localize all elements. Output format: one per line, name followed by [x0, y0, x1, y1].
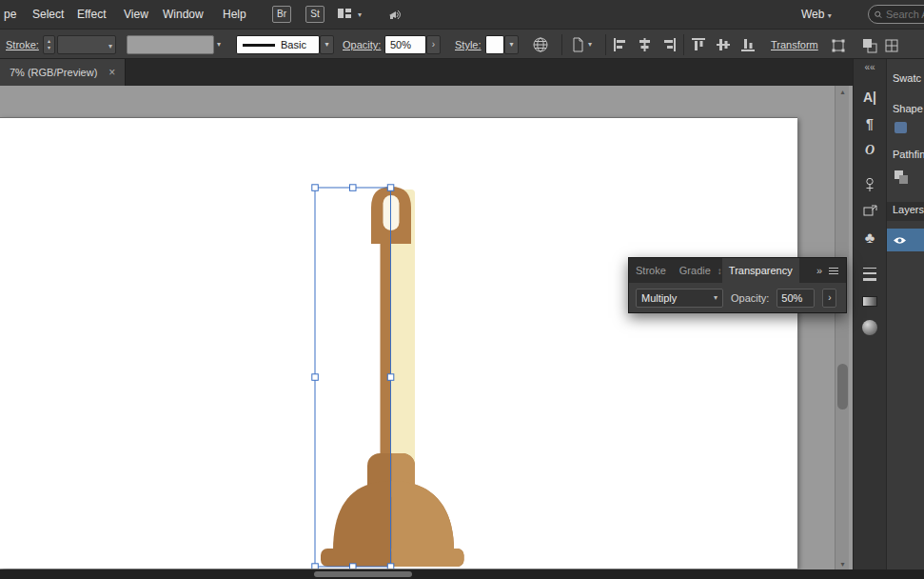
panel-overflow-icon[interactable]: »: [812, 258, 827, 283]
transform-label[interactable]: Transform: [771, 30, 818, 60]
stroke-weight-combo[interactable]: ▾: [57, 35, 116, 54]
menu-effect[interactable]: Effect: [73, 0, 109, 29]
control-bar: Stroke: ▴▾ ▾ ▾ Basic ▾ Opacity: 50% › St…: [0, 29, 924, 59]
panel-opacity-arrow[interactable]: ›: [822, 289, 836, 308]
gradient-panel-icon[interactable]: [854, 288, 886, 314]
isolate-mode-icon[interactable]: [883, 37, 899, 52]
document-setup-icon[interactable]: [571, 37, 587, 52]
selection-handle[interactable]: [350, 185, 357, 191]
bridge-button[interactable]: Br: [272, 6, 291, 23]
document-title: 7% (RGB/Preview): [10, 67, 97, 78]
separator: [683, 34, 684, 55]
brush-definition-chevron[interactable]: ▾: [320, 35, 334, 54]
selection-handle[interactable]: [312, 564, 319, 569]
arrange-documents-icon[interactable]: [337, 7, 352, 23]
transparency-panel-tabs: Stroke Gradie ↕ Transparency »: [629, 258, 846, 283]
collapse-dock-icon[interactable]: ««: [854, 59, 886, 76]
opentype-panel-icon[interactable]: O: [854, 137, 886, 164]
menu-window[interactable]: Window: [159, 0, 207, 29]
search-icon: [875, 10, 882, 20]
scroll-up-icon[interactable]: ▴: [836, 88, 850, 96]
horizontal-scroll-thumb[interactable]: [314, 571, 412, 577]
align-left-icon[interactable]: [612, 37, 628, 52]
stroke-label[interactable]: Stroke:: [6, 30, 39, 60]
layers-panel-label[interactable]: Layers: [893, 204, 924, 215]
opacity-menu-arrow[interactable]: ›: [426, 35, 441, 54]
character-panel-icon[interactable]: A|: [854, 84, 886, 110]
brush-definition-preview[interactable]: Basic: [236, 35, 320, 54]
style-label[interactable]: Style:: [455, 30, 482, 60]
arrange-documents-chevron-icon[interactable]: ▾: [354, 1, 365, 30]
symbols-panel-icon[interactable]: ♣: [854, 225, 886, 251]
shape-panel-label[interactable]: Shape: [893, 103, 923, 114]
selection-handle[interactable]: [387, 564, 394, 569]
variable-width-profile-swatch[interactable]: [127, 35, 214, 54]
visibility-eye-icon[interactable]: [893, 235, 907, 246]
transparency-panel[interactable]: Stroke Gradie ↕ Transparency » Multiply …: [628, 257, 847, 313]
align-vertical-center-icon[interactable]: [716, 37, 732, 52]
align-right-icon[interactable]: [661, 37, 678, 52]
stepper-up-icon[interactable]: ▴: [48, 38, 50, 45]
panel-opacity-label: Opacity:: [731, 292, 769, 304]
pathfinder-panel-icon[interactable]: [894, 170, 909, 187]
shape-mode-icon[interactable]: [861, 37, 877, 52]
menu-help[interactable]: Help: [219, 0, 250, 29]
align-top-icon[interactable]: [691, 37, 707, 52]
stock-button[interactable]: St: [305, 6, 324, 23]
selection-handle[interactable]: [387, 374, 394, 381]
right-dock: Swatc Shape Pathfin Layers: [886, 59, 924, 569]
swatches-panel-label[interactable]: Swatc: [893, 72, 921, 84]
stroke-weight-stepper[interactable]: ▴▾: [43, 35, 55, 54]
stepper-down-icon[interactable]: ▾: [48, 45, 50, 51]
stroke-weight-chevron-icon: ▾: [108, 42, 112, 50]
paragraph-panel-icon[interactable]: ¶: [854, 110, 886, 137]
selection-handle[interactable]: [312, 374, 319, 381]
menu-view[interactable]: View: [120, 0, 152, 29]
selection-handle[interactable]: [312, 185, 319, 191]
transform-grid-icon[interactable]: [830, 37, 846, 52]
sphere-panel-icon[interactable]: [854, 314, 886, 341]
illustrator-window: pe Select Effect View Window Help Br St …: [0, 0, 924, 579]
opacity-label[interactable]: Opacity:: [343, 30, 381, 60]
separator: [605, 34, 606, 55]
basic-brush-stroke-icon: [243, 44, 275, 47]
align-center-icon[interactable]: [637, 37, 653, 52]
announcement-icon[interactable]: [386, 7, 403, 24]
glyphs-panel-icon[interactable]: [854, 171, 886, 198]
document-setup-chevron-icon[interactable]: ▾: [588, 30, 592, 60]
workspace-chevron-icon: ▾: [828, 11, 832, 20]
scroll-down-icon[interactable]: ▾: [836, 560, 850, 569]
vertical-scroll-thumb[interactable]: [837, 364, 848, 409]
artboards-panel-icon[interactable]: [854, 198, 886, 225]
workspace-label: Web: [801, 8, 824, 21]
selection-handle[interactable]: [350, 564, 357, 569]
plunger-handle-stick[interactable]: [381, 231, 392, 485]
search-box[interactable]: [868, 5, 924, 24]
menu-select[interactable]: Select: [29, 0, 68, 29]
horizontal-scrollbar[interactable]: [0, 569, 924, 579]
variable-width-chevron-icon[interactable]: ▾: [217, 30, 221, 60]
panel-opacity-field[interactable]: 50%: [777, 289, 815, 308]
stroke-panel-icon[interactable]: [854, 261, 886, 288]
document-tab[interactable]: 7% (RGB/Preview) ×: [0, 59, 126, 86]
panel-menu-icon[interactable]: [827, 258, 846, 283]
workspace-switcher[interactable]: Web ▾: [797, 0, 836, 30]
opacity-field[interactable]: 50%: [384, 35, 426, 54]
menu-type[interactable]: pe: [0, 0, 20, 29]
tab-stroke[interactable]: Stroke: [629, 258, 673, 283]
layer-row-selected[interactable]: [887, 229, 924, 251]
search-input[interactable]: [886, 9, 924, 20]
tab-gradient[interactable]: Gradie: [673, 258, 718, 283]
selection-handle[interactable]: [387, 185, 394, 191]
align-bottom-icon[interactable]: [740, 37, 757, 52]
blend-mode-select[interactable]: Multiply ▾: [636, 289, 723, 308]
style-swatch[interactable]: [485, 35, 504, 54]
style-chevron[interactable]: ▾: [504, 35, 519, 54]
globe-icon[interactable]: [532, 36, 548, 51]
pathfinder-panel-label[interactable]: Pathfin: [893, 149, 924, 160]
close-tab-icon[interactable]: ×: [108, 66, 115, 79]
shape-panel-icon[interactable]: [894, 120, 909, 137]
tab-transparency[interactable]: Transparency: [722, 258, 799, 283]
vertical-scrollbar[interactable]: ▴ ▾: [835, 86, 849, 569]
canvas-area[interactable]: ▴ ▾: [0, 86, 853, 569]
